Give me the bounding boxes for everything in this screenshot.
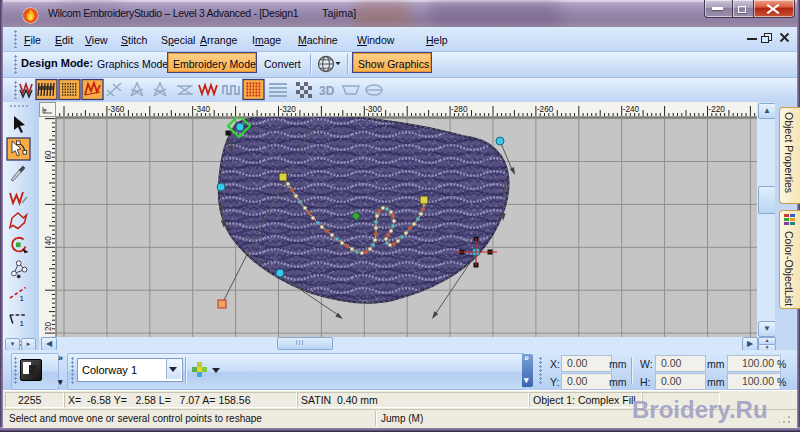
svg-text:1: 1 bbox=[20, 319, 25, 328]
svg-text:-240: -240 bbox=[623, 105, 640, 114]
svg-text:-220: -220 bbox=[709, 105, 726, 114]
svg-text:40: 40 bbox=[44, 236, 53, 246]
svg-text:-300: -300 bbox=[365, 105, 382, 114]
svg-text:1: 1 bbox=[20, 294, 25, 303]
svg-text:-320: -320 bbox=[280, 105, 297, 114]
svg-text:20: 20 bbox=[44, 322, 53, 332]
svg-text:60: 60 bbox=[44, 150, 53, 160]
svg-text:-340: -340 bbox=[194, 105, 211, 114]
svg-text:-260: -260 bbox=[537, 105, 554, 114]
svg-text:-280: -280 bbox=[451, 105, 468, 114]
svg-text:3D: 3D bbox=[319, 84, 335, 98]
svg-text:-360: -360 bbox=[108, 105, 125, 114]
